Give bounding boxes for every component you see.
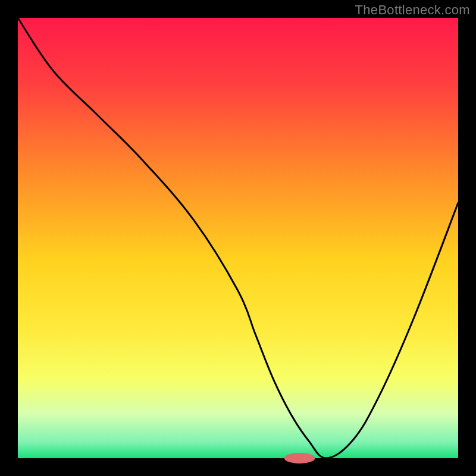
plot-area [18,18,458,458]
bottleneck-chart [0,0,476,476]
optimal-marker [284,453,315,464]
watermark-text: TheBottleneck.com [355,2,470,18]
chart-container: TheBottleneck.com [0,0,476,476]
